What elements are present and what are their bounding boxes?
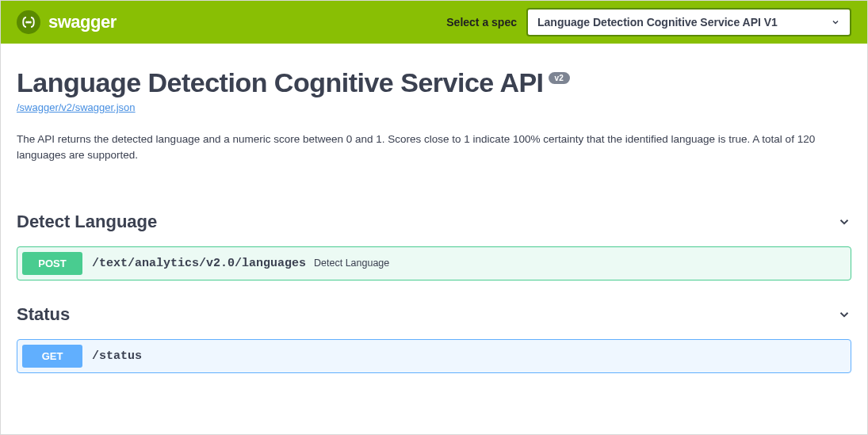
operation-summary: Detect Language — [314, 258, 389, 269]
spec-label: Select a spec — [446, 16, 517, 29]
operation-post-languages[interactable]: POST /text/analytics/v2.0/languages Dete… — [17, 246, 851, 280]
tag-header-detect-language[interactable]: Detect Language — [17, 212, 851, 238]
api-description: The API returns the detected language an… — [17, 132, 851, 164]
tag-section-detect-language: Detect Language POST /text/analytics/v2.… — [17, 212, 851, 280]
api-title-row: Language Detection Cognitive Service API… — [17, 67, 851, 98]
swagger-logo-icon — [17, 10, 40, 34]
operation-get-status[interactable]: GET /status — [17, 339, 851, 373]
svg-point-1 — [28, 21, 29, 22]
tag-name: Status — [17, 304, 70, 325]
operation-path: /status — [92, 349, 142, 363]
spec-selector: Select a spec Language Detection Cogniti… — [446, 8, 851, 36]
method-badge-post: POST — [22, 252, 82, 275]
chevron-down-icon — [837, 215, 851, 229]
method-badge-get: GET — [22, 345, 82, 368]
content: Language Detection Cognitive Service API… — [1, 44, 867, 389]
chevron-down-icon — [831, 17, 840, 27]
spec-select-value: Language Detection Cognitive Service API… — [537, 16, 778, 29]
version-badge: v2 — [549, 72, 570, 84]
svg-point-0 — [26, 21, 27, 22]
topbar: swagger Select a spec Language Detection… — [1, 1, 867, 44]
operation-path: /text/analytics/v2.0/languages — [92, 257, 306, 270]
brand: swagger — [17, 10, 117, 34]
tag-name: Detect Language — [17, 212, 157, 232]
api-title: Language Detection Cognitive Service API — [17, 67, 544, 98]
svg-point-2 — [30, 21, 31, 22]
chevron-down-icon — [837, 307, 851, 322]
tag-header-status[interactable]: Status — [17, 304, 851, 331]
spec-select[interactable]: Language Detection Cognitive Service API… — [526, 8, 851, 36]
tag-section-status: Status GET /status — [17, 304, 851, 373]
swagger-json-link[interactable]: /swagger/v2/swagger.json — [17, 101, 136, 113]
brand-text: swagger — [48, 12, 117, 32]
